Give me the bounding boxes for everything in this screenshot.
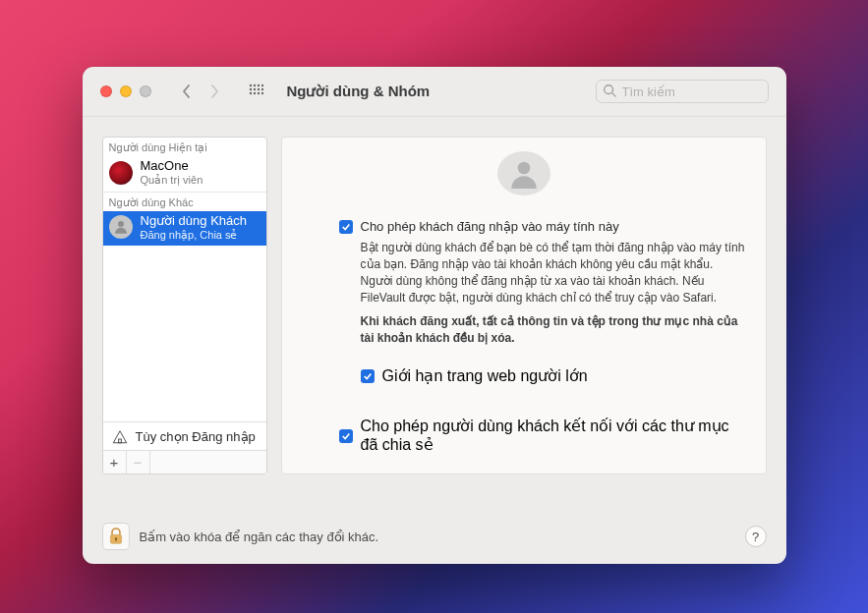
svg-point-7 [260, 88, 262, 90]
titlebar: Người dùng & Nhóm [83, 67, 786, 116]
help-button[interactable]: ? [745, 526, 767, 547]
bottom-bar: Bấm vào khóa để ngăn các thay đổi khác. … [83, 511, 786, 564]
svg-line-13 [611, 93, 615, 97]
user-role: Đăng nhập, Chia sẻ [141, 229, 248, 242]
limit-adult-sites-label: Giới hạn trang web người lớn [382, 366, 588, 385]
login-options-label: Tùy chọn Đăng nhập [136, 429, 256, 444]
svg-point-5 [253, 88, 255, 90]
allow-guest-login-option: Cho phép khách đăng nhập vào máy tính nà… [339, 219, 746, 234]
avatar-rose-icon [109, 161, 133, 185]
show-all-prefs-button[interactable] [246, 81, 267, 102]
user-row-guest[interactable]: Người dùng Khách Đăng nhập, Chia sẻ [103, 211, 266, 247]
forward-button[interactable] [203, 81, 226, 102]
svg-point-2 [257, 84, 259, 86]
pane-title: Người dùng & Nhóm [287, 83, 431, 100]
users-sidebar: Người dùng Hiện tại MacOne Quản trị viên… [102, 137, 267, 474]
limit-adult-sites-checkbox[interactable] [361, 369, 375, 383]
search-icon [603, 84, 616, 101]
allow-guest-login-checkbox[interactable] [339, 220, 353, 234]
search-field-wrap [596, 80, 769, 103]
lock-text: Bấm vào khóa để ngăn các thay đổi khác. [140, 529, 379, 544]
user-name: Người dùng Khách [141, 214, 248, 229]
back-button[interactable] [175, 81, 199, 102]
avatar-guest-icon [109, 215, 133, 239]
add-user-button[interactable]: + [103, 451, 127, 474]
svg-point-1 [253, 84, 255, 86]
svg-rect-15 [118, 439, 121, 443]
allow-guest-share-checkbox[interactable] [339, 429, 353, 443]
main-panel: Cho phép khách đăng nhập vào máy tính nà… [281, 137, 767, 474]
svg-point-8 [249, 92, 251, 94]
remove-user-button[interactable]: − [127, 451, 150, 474]
zoom-window-button[interactable] [140, 85, 151, 97]
nav-buttons [175, 81, 226, 102]
system-preferences-window: Người dùng & Nhóm Người dùng Hiện tại Ma… [83, 67, 786, 564]
svg-point-3 [260, 84, 262, 86]
svg-point-0 [249, 84, 251, 86]
minimize-window-button[interactable] [120, 85, 132, 97]
svg-point-11 [260, 92, 262, 94]
user-row-current[interactable]: MacOne Quản trị viên [103, 156, 266, 192]
section-current-user: Người dùng Hiện tại [103, 138, 266, 156]
close-window-button[interactable] [100, 85, 112, 97]
content-area: Người dùng Hiện tại MacOne Quản trị viên… [83, 117, 786, 511]
lock-button[interactable] [102, 523, 130, 550]
guest-avatar-large[interactable] [497, 151, 550, 195]
user-name: MacOne [141, 159, 203, 174]
svg-point-4 [249, 88, 251, 90]
search-input[interactable] [596, 80, 769, 103]
limit-adult-sites-option: Giới hạn trang web người lớn [361, 366, 746, 385]
svg-point-9 [253, 92, 255, 94]
allow-guest-share-label: Cho phép người dùng khách kết nối với cá… [361, 417, 746, 454]
login-options-button[interactable]: Tùy chọn Đăng nhập [103, 421, 266, 450]
user-role: Quản trị viên [141, 174, 203, 187]
sidebar-footer: + − [103, 450, 266, 474]
svg-point-16 [517, 161, 530, 174]
svg-point-14 [118, 221, 124, 227]
svg-rect-19 [115, 538, 116, 540]
svg-point-6 [257, 88, 259, 90]
window-controls [100, 85, 151, 97]
section-other-users: Người dùng Khác [103, 193, 266, 211]
svg-point-10 [257, 92, 259, 94]
allow-guest-share-option: Cho phép người dùng khách kết nối với cá… [339, 417, 746, 454]
allow-guest-login-desc: Bật người dùng khách để bạn bè có thể tạ… [361, 240, 746, 347]
allow-guest-login-label: Cho phép khách đăng nhập vào máy tính nà… [361, 219, 619, 234]
